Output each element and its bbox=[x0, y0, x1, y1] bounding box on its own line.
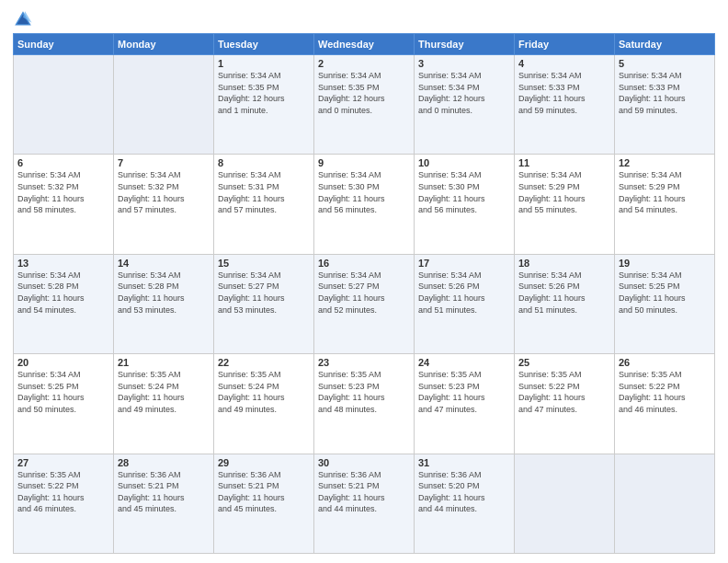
calendar-cell: 23Sunrise: 5:35 AM Sunset: 5:23 PM Dayli… bbox=[314, 354, 415, 454]
day-number: 20 bbox=[17, 357, 109, 368]
day-info: Sunrise: 5:34 AM Sunset: 5:27 PM Dayligh… bbox=[218, 270, 310, 316]
calendar-cell: 30Sunrise: 5:36 AM Sunset: 5:21 PM Dayli… bbox=[314, 454, 415, 553]
weekday-header-thursday: Thursday bbox=[415, 34, 515, 55]
calendar-cell: 6Sunrise: 5:34 AM Sunset: 5:32 PM Daylig… bbox=[14, 155, 114, 254]
week-row-2: 6Sunrise: 5:34 AM Sunset: 5:32 PM Daylig… bbox=[14, 155, 715, 254]
calendar-cell: 13Sunrise: 5:34 AM Sunset: 5:28 PM Dayli… bbox=[14, 254, 114, 353]
logo-icon bbox=[13, 9, 33, 29]
weekday-header-tuesday: Tuesday bbox=[214, 34, 314, 55]
day-number: 19 bbox=[619, 258, 711, 269]
calendar-cell: 2Sunrise: 5:34 AM Sunset: 5:35 PM Daylig… bbox=[314, 55, 415, 155]
day-info: Sunrise: 5:34 AM Sunset: 5:30 PM Dayligh… bbox=[418, 169, 510, 215]
calendar-cell: 25Sunrise: 5:35 AM Sunset: 5:22 PM Dayli… bbox=[515, 354, 615, 454]
day-number: 9 bbox=[318, 157, 410, 168]
day-info: Sunrise: 5:34 AM Sunset: 5:25 PM Dayligh… bbox=[619, 270, 711, 316]
calendar-cell: 26Sunrise: 5:35 AM Sunset: 5:22 PM Dayli… bbox=[615, 354, 715, 454]
calendar-cell: 20Sunrise: 5:34 AM Sunset: 5:25 PM Dayli… bbox=[14, 354, 114, 454]
day-info: Sunrise: 5:36 AM Sunset: 5:21 PM Dayligh… bbox=[218, 469, 310, 515]
day-number: 2 bbox=[318, 58, 410, 69]
day-number: 26 bbox=[619, 357, 711, 368]
calendar-table: SundayMondayTuesdayWednesdayThursdayFrid… bbox=[13, 33, 715, 554]
day-number: 10 bbox=[418, 157, 510, 168]
day-info: Sunrise: 5:35 AM Sunset: 5:24 PM Dayligh… bbox=[118, 369, 210, 415]
calendar-cell: 17Sunrise: 5:34 AM Sunset: 5:26 PM Dayli… bbox=[415, 254, 515, 353]
calendar-cell bbox=[515, 454, 615, 553]
logo bbox=[13, 9, 35, 29]
day-number: 23 bbox=[318, 357, 410, 368]
day-number: 3 bbox=[418, 58, 510, 69]
weekday-header-saturday: Saturday bbox=[615, 34, 715, 55]
day-info: Sunrise: 5:34 AM Sunset: 5:34 PM Dayligh… bbox=[418, 70, 510, 116]
day-info: Sunrise: 5:35 AM Sunset: 5:22 PM Dayligh… bbox=[518, 369, 610, 415]
day-info: Sunrise: 5:34 AM Sunset: 5:33 PM Dayligh… bbox=[619, 70, 711, 116]
day-info: Sunrise: 5:35 AM Sunset: 5:24 PM Dayligh… bbox=[218, 369, 310, 415]
day-info: Sunrise: 5:34 AM Sunset: 5:26 PM Dayligh… bbox=[418, 270, 510, 316]
calendar-cell bbox=[114, 55, 214, 155]
week-row-4: 20Sunrise: 5:34 AM Sunset: 5:25 PM Dayli… bbox=[14, 354, 715, 454]
day-number: 28 bbox=[118, 457, 210, 468]
calendar-cell: 7Sunrise: 5:34 AM Sunset: 5:32 PM Daylig… bbox=[114, 155, 214, 254]
day-info: Sunrise: 5:36 AM Sunset: 5:21 PM Dayligh… bbox=[118, 469, 210, 515]
calendar-cell: 31Sunrise: 5:36 AM Sunset: 5:20 PM Dayli… bbox=[415, 454, 515, 553]
day-info: Sunrise: 5:34 AM Sunset: 5:32 PM Dayligh… bbox=[118, 169, 210, 215]
day-info: Sunrise: 5:34 AM Sunset: 5:31 PM Dayligh… bbox=[218, 169, 310, 215]
day-number: 17 bbox=[418, 258, 510, 269]
day-number: 6 bbox=[17, 157, 109, 168]
calendar-cell: 27Sunrise: 5:35 AM Sunset: 5:22 PM Dayli… bbox=[14, 454, 114, 553]
calendar-cell: 14Sunrise: 5:34 AM Sunset: 5:28 PM Dayli… bbox=[114, 254, 214, 353]
day-number: 1 bbox=[218, 58, 310, 69]
day-number: 25 bbox=[518, 357, 610, 368]
day-info: Sunrise: 5:34 AM Sunset: 5:27 PM Dayligh… bbox=[318, 270, 410, 316]
day-info: Sunrise: 5:34 AM Sunset: 5:35 PM Dayligh… bbox=[218, 70, 310, 116]
day-info: Sunrise: 5:34 AM Sunset: 5:28 PM Dayligh… bbox=[17, 270, 109, 316]
day-info: Sunrise: 5:35 AM Sunset: 5:22 PM Dayligh… bbox=[17, 469, 109, 515]
week-row-1: 1Sunrise: 5:34 AM Sunset: 5:35 PM Daylig… bbox=[14, 55, 715, 155]
day-info: Sunrise: 5:35 AM Sunset: 5:22 PM Dayligh… bbox=[619, 369, 711, 415]
day-number: 27 bbox=[17, 457, 109, 468]
day-info: Sunrise: 5:34 AM Sunset: 5:32 PM Dayligh… bbox=[17, 169, 109, 215]
day-info: Sunrise: 5:34 AM Sunset: 5:29 PM Dayligh… bbox=[518, 169, 610, 215]
weekday-header-row: SundayMondayTuesdayWednesdayThursdayFrid… bbox=[14, 34, 715, 55]
day-number: 18 bbox=[518, 258, 610, 269]
calendar-cell: 3Sunrise: 5:34 AM Sunset: 5:34 PM Daylig… bbox=[415, 55, 515, 155]
day-info: Sunrise: 5:36 AM Sunset: 5:21 PM Dayligh… bbox=[318, 469, 410, 515]
day-number: 22 bbox=[218, 357, 310, 368]
calendar-cell: 16Sunrise: 5:34 AM Sunset: 5:27 PM Dayli… bbox=[314, 254, 415, 353]
calendar-cell: 28Sunrise: 5:36 AM Sunset: 5:21 PM Dayli… bbox=[114, 454, 214, 553]
calendar-cell: 15Sunrise: 5:34 AM Sunset: 5:27 PM Dayli… bbox=[214, 254, 314, 353]
day-number: 8 bbox=[218, 157, 310, 168]
day-info: Sunrise: 5:35 AM Sunset: 5:23 PM Dayligh… bbox=[318, 369, 410, 415]
day-number: 31 bbox=[418, 457, 510, 468]
day-info: Sunrise: 5:34 AM Sunset: 5:30 PM Dayligh… bbox=[318, 169, 410, 215]
page: SundayMondayTuesdayWednesdayThursdayFrid… bbox=[0, 0, 728, 563]
calendar-cell: 19Sunrise: 5:34 AM Sunset: 5:25 PM Dayli… bbox=[615, 254, 715, 353]
calendar-cell: 1Sunrise: 5:34 AM Sunset: 5:35 PM Daylig… bbox=[214, 55, 314, 155]
day-info: Sunrise: 5:34 AM Sunset: 5:35 PM Dayligh… bbox=[318, 70, 410, 116]
weekday-header-monday: Monday bbox=[114, 34, 214, 55]
day-number: 29 bbox=[218, 457, 310, 468]
day-number: 21 bbox=[118, 357, 210, 368]
day-number: 4 bbox=[518, 58, 610, 69]
weekday-header-friday: Friday bbox=[515, 34, 615, 55]
week-row-3: 13Sunrise: 5:34 AM Sunset: 5:28 PM Dayli… bbox=[14, 254, 715, 353]
day-info: Sunrise: 5:34 AM Sunset: 5:28 PM Dayligh… bbox=[118, 270, 210, 316]
calendar-cell: 8Sunrise: 5:34 AM Sunset: 5:31 PM Daylig… bbox=[214, 155, 314, 254]
day-number: 24 bbox=[418, 357, 510, 368]
day-number: 12 bbox=[619, 157, 711, 168]
day-number: 11 bbox=[518, 157, 610, 168]
weekday-header-wednesday: Wednesday bbox=[314, 34, 415, 55]
calendar-cell: 24Sunrise: 5:35 AM Sunset: 5:23 PM Dayli… bbox=[415, 354, 515, 454]
calendar-cell: 11Sunrise: 5:34 AM Sunset: 5:29 PM Dayli… bbox=[515, 155, 615, 254]
day-number: 13 bbox=[17, 258, 109, 269]
week-row-5: 27Sunrise: 5:35 AM Sunset: 5:22 PM Dayli… bbox=[14, 454, 715, 553]
calendar-cell bbox=[615, 454, 715, 553]
calendar-cell bbox=[14, 55, 114, 155]
calendar-cell: 22Sunrise: 5:35 AM Sunset: 5:24 PM Dayli… bbox=[214, 354, 314, 454]
day-number: 30 bbox=[318, 457, 410, 468]
calendar-cell: 29Sunrise: 5:36 AM Sunset: 5:21 PM Dayli… bbox=[214, 454, 314, 553]
calendar-cell: 10Sunrise: 5:34 AM Sunset: 5:30 PM Dayli… bbox=[415, 155, 515, 254]
day-info: Sunrise: 5:36 AM Sunset: 5:20 PM Dayligh… bbox=[418, 469, 510, 515]
calendar-cell: 4Sunrise: 5:34 AM Sunset: 5:33 PM Daylig… bbox=[515, 55, 615, 155]
day-number: 14 bbox=[118, 258, 210, 269]
day-info: Sunrise: 5:35 AM Sunset: 5:23 PM Dayligh… bbox=[418, 369, 510, 415]
